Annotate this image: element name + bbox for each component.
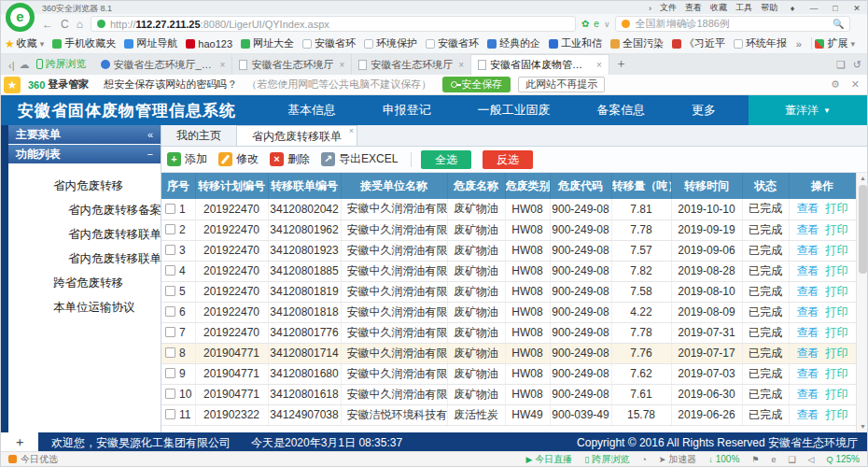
ie-mode-status-item[interactable]: e — [771, 455, 776, 464]
browser-tab[interactable]: 安徽省生态环境厅× — [232, 54, 352, 75]
favorites-star-icon[interactable]: ★ — [5, 37, 15, 50]
row-checkbox[interactable] — [165, 327, 175, 337]
phone-status-item[interactable]: ▯跨屏浏览 — [584, 453, 629, 466]
site-speed-icon[interactable] — [97, 20, 105, 28]
nav-item-一般工业固废[interactable]: 一般工业固废 — [477, 102, 550, 119]
view-link[interactable]: 查看 — [797, 347, 819, 360]
browser-tab[interactable]: 安徽省生态环境厅_百度搜索× — [94, 54, 233, 75]
search-input[interactable]: 全国新增确诊1886例 🔍 — [615, 16, 850, 32]
menubar-item[interactable]: 收藏 — [710, 2, 727, 14]
menubar-item[interactable]: 文件 — [660, 2, 677, 14]
close-button[interactable]: ✕ — [850, 4, 863, 13]
collapse-section-icon[interactable]: − — [147, 149, 153, 160]
speaker-status-item[interactable]: ◁ — [807, 455, 814, 464]
view-link[interactable]: 查看 — [797, 326, 819, 339]
view-link[interactable]: 查看 — [797, 285, 819, 298]
nav-item-基本信息[interactable]: 基本信息 — [287, 102, 336, 119]
cart-icon[interactable]: ♦ — [786, 4, 799, 13]
scroll-down-icon[interactable]: ▼ — [857, 421, 868, 432]
nav-item-申报登记[interactable]: 申报登记 — [383, 102, 431, 119]
print-link[interactable]: 打印 — [826, 202, 848, 215]
save-password-button[interactable]: 安全保存 — [442, 77, 511, 92]
sidebar-item[interactable]: 跨省危废转移 — [8, 271, 161, 295]
tab-close-icon[interactable]: × — [339, 60, 344, 70]
scroll-up-icon[interactable]: ▲ — [857, 173, 868, 184]
table-scrollbar[interactable]: ▲ ▼ — [856, 173, 868, 432]
menubar-item[interactable]: 查看 — [685, 2, 702, 14]
print-link[interactable]: 打印 — [826, 326, 848, 339]
sidebar-main-header[interactable]: 主要菜单« — [8, 125, 161, 144]
bookmark-item[interactable]: 环境保护 — [364, 36, 417, 50]
window-status-item[interactable]: ❑ — [788, 455, 795, 464]
favorites-menu[interactable]: 收藏 ▾ — [17, 36, 45, 50]
bookmark-item[interactable]: 手机收藏夹 — [52, 36, 116, 50]
sidebar-item[interactable]: 省内危废转移联单退运 — [8, 247, 161, 271]
bookmark-item[interactable]: 环统年报 — [734, 36, 787, 50]
content-tab[interactable]: 省内危废转移联单× — [236, 125, 357, 146]
column-header[interactable]: 危废代码 — [550, 173, 611, 199]
download-status-item[interactable]: ↓100% — [708, 454, 739, 464]
print-link[interactable]: 打印 — [826, 285, 848, 298]
content-tab[interactable]: 我的主页 — [161, 125, 236, 146]
view-link[interactable]: 查看 — [797, 202, 819, 215]
column-header[interactable]: 危废名称 — [447, 173, 505, 199]
添加-tool-button[interactable]: +添加 — [167, 151, 207, 167]
notification-close-icon[interactable]: ✕ — [851, 78, 860, 91]
view-link[interactable]: 查看 — [797, 244, 819, 257]
sidebar-add-button[interactable]: ＋ — [1, 432, 38, 453]
row-checkbox[interactable] — [165, 245, 175, 255]
tab-close-icon[interactable]: × — [349, 127, 354, 135]
menubar-item[interactable]: 工具 — [735, 2, 752, 14]
column-header[interactable]: 转移计划编号 — [195, 173, 268, 199]
bookmark-item[interactable]: 全国污染 — [610, 36, 664, 50]
tab-close-icon[interactable]: × — [220, 60, 226, 70]
column-header[interactable]: 转移时间 — [671, 173, 742, 199]
back-icon[interactable]: ← — [42, 18, 53, 31]
修改-tool-button[interactable]: 修改 — [218, 151, 259, 167]
collapse-tabs-icon[interactable]: ‹| — [8, 60, 15, 71]
nav-item-备案信息[interactable]: 备案信息 — [596, 102, 645, 119]
cross-screen-button[interactable]: 跨屏浏览 — [36, 57, 87, 71]
print-link[interactable]: 打印 — [826, 264, 848, 277]
cloud-sync-icon[interactable]: ☁ — [20, 59, 30, 71]
bookmark-item[interactable]: 网址大全 — [241, 36, 294, 50]
row-checkbox[interactable] — [165, 368, 175, 378]
dial-status-item[interactable]: ◔ — [641, 455, 646, 464]
sidebar-item[interactable]: 本单位运输协议 — [8, 295, 161, 319]
print-link[interactable]: 打印 — [826, 244, 848, 257]
reopen-tab-icon[interactable]: ↺ — [853, 59, 861, 71]
scrollbar-thumb[interactable] — [859, 185, 867, 274]
tab-close-icon[interactable]: × — [458, 60, 464, 70]
sidebar-item[interactable]: 省内危废转移备案 — [8, 198, 161, 222]
refresh-icon[interactable]: C — [61, 18, 69, 31]
bookmark-item[interactable]: 《习近平 — [672, 36, 725, 50]
导出EXCEL-tool-button[interactable]: ↗导出EXCEL — [321, 151, 398, 167]
mode-dropdown-icon[interactable]: ∨ — [604, 20, 610, 29]
column-header[interactable]: 转移量（吨） — [611, 173, 671, 199]
bookmark-item[interactable]: 工业和信 — [549, 36, 602, 50]
tab-list-icon[interactable]: ❏ — [836, 59, 846, 71]
column-header[interactable]: 危废类别 — [505, 173, 550, 199]
browser-tab[interactable]: 安徽省生态环境厅× — [352, 54, 471, 75]
accelerate-icon[interactable]: ✿ — [581, 19, 589, 29]
collapse-sidebar-icon[interactable]: « — [147, 129, 153, 140]
invert-select-button[interactable]: 反选 — [483, 150, 533, 169]
user-menu[interactable]: 董洋洋 ▼ — [749, 95, 867, 125]
print-link[interactable]: 打印 — [826, 367, 848, 380]
url-input[interactable]: http://112.27.211.25:8080/LigerUI/QYInde… — [91, 16, 576, 32]
row-checkbox[interactable] — [165, 347, 175, 358]
maximize-button[interactable]: □ — [829, 4, 842, 13]
column-header[interactable]: 状态 — [742, 173, 789, 199]
print-link[interactable]: 打印 — [826, 408, 848, 421]
view-link[interactable]: 查看 — [797, 223, 819, 236]
row-checkbox[interactable] — [165, 204, 175, 214]
sidebar-item[interactable]: 省内危废转移 — [8, 174, 161, 198]
rocket-status-item[interactable]: ➤加速器 — [659, 453, 697, 466]
row-checkbox[interactable] — [165, 409, 175, 419]
browser-tab[interactable]: 安徽省固体废物管理信息系统× — [471, 54, 609, 75]
play-status-item[interactable]: ▶今日直播 — [525, 453, 572, 466]
print-link[interactable]: 打印 — [826, 305, 848, 318]
row-checkbox[interactable] — [165, 389, 175, 399]
row-checkbox[interactable] — [165, 224, 175, 234]
compat-mode-icon[interactable]: e — [594, 19, 599, 29]
